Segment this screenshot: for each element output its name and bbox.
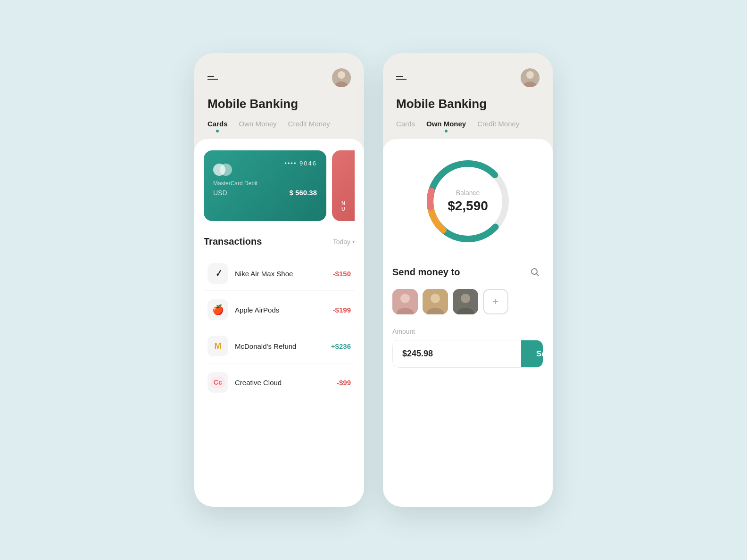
today-label: Today: [333, 238, 350, 246]
amount-label: Amount: [392, 328, 543, 335]
svg-point-4: [526, 71, 534, 79]
card-number: •••• 9046: [284, 160, 317, 167]
tab-credit-money[interactable]: Credit Money: [288, 120, 330, 132]
svg-point-1: [338, 71, 345, 79]
tab-own-money[interactable]: Own Money: [426, 120, 466, 132]
transaction-amount: -$150: [333, 270, 351, 278]
balance-ring: Balance $2,590: [421, 154, 515, 248]
transaction-amount: -$99: [337, 379, 351, 387]
hamburger-menu-icon[interactable]: [208, 76, 218, 80]
balance-ring-container: Balance $2,590: [392, 154, 543, 248]
transaction-amount: +$236: [331, 342, 351, 350]
transaction-name: McDonald's Refund: [235, 342, 324, 350]
transaction-list: ✓ Nike Air Max Shoe -$150 🍎 Apple AirPod…: [204, 256, 355, 399]
transaction-name: Creative Cloud: [235, 379, 330, 387]
transaction-amount: -$199: [333, 306, 351, 314]
card-type: MasterCard Debit: [213, 180, 317, 187]
tab-bar: Cards Own Money Credit Money: [194, 120, 364, 139]
bank-card-primary[interactable]: •••• 9046 MasterCard Debit USD $ 560.38: [204, 150, 326, 221]
search-icon[interactable]: [526, 264, 543, 280]
contact-avatar-2[interactable]: [423, 289, 448, 314]
balance-center: Balance $2,590: [448, 189, 488, 214]
contact-avatar-3[interactable]: [453, 289, 478, 314]
tab-own-money[interactable]: Own Money: [239, 120, 277, 132]
tab-credit-money[interactable]: Credit Money: [477, 120, 519, 132]
send-money-title: Send money to: [392, 267, 460, 278]
phone-body: Balance $2,590 Send money to: [383, 139, 553, 507]
tab-bar: Cards Own Money Credit Money: [383, 120, 553, 139]
card-currency: USD: [213, 189, 227, 197]
avatar[interactable]: [521, 68, 540, 87]
svg-point-19: [461, 294, 470, 303]
transaction-name: Nike Air Max Shoe: [235, 270, 326, 278]
table-row[interactable]: M McDonald's Refund +$236: [204, 329, 355, 363]
svg-line-11: [537, 274, 539, 276]
add-contact-button[interactable]: +: [483, 289, 508, 314]
svg-point-16: [431, 294, 440, 303]
table-row[interactable]: 🍎 Apple AirPods -$199: [204, 293, 355, 327]
send-money-header: Send money to: [392, 264, 543, 280]
creative-cloud-icon: Cc: [208, 372, 228, 393]
contact-avatar-1[interactable]: [392, 289, 418, 314]
contacts-row: +: [392, 289, 543, 314]
left-phone: Mobile Banking Cards Own Money Credit Mo…: [194, 53, 364, 507]
tab-cards[interactable]: Cards: [396, 120, 415, 132]
left-header: [194, 53, 364, 97]
card-second-label: NU: [341, 200, 355, 212]
table-row[interactable]: Cc Creative Cloud -$99: [204, 365, 355, 399]
svg-point-13: [400, 294, 410, 303]
right-phone: Mobile Banking Cards Own Money Credit Mo…: [383, 53, 553, 507]
tab-cards[interactable]: Cards: [208, 120, 228, 132]
card-bottom: USD $ 560.38: [213, 189, 317, 197]
nike-icon: ✓: [208, 263, 228, 284]
card-container: •••• 9046 MasterCard Debit USD $ 560.38 …: [204, 150, 355, 221]
today-filter[interactable]: Today ▾: [333, 238, 355, 246]
page-title: Mobile Banking: [194, 97, 364, 120]
amount-input-row: Send: [392, 340, 543, 368]
chevron-down-icon: ▾: [352, 239, 355, 244]
table-row[interactable]: ✓ Nike Air Max Shoe -$150: [204, 256, 355, 291]
hamburger-menu-icon[interactable]: [396, 76, 407, 80]
page-title: Mobile Banking: [383, 97, 553, 120]
balance-amount: $2,590: [448, 198, 488, 214]
card-balance: $ 560.38: [290, 189, 317, 197]
avatar[interactable]: [332, 68, 351, 87]
mcdonalds-icon: M: [208, 336, 228, 356]
balance-label: Balance: [448, 189, 488, 197]
transactions-header: Transactions Today ▾: [204, 236, 355, 247]
right-header: [383, 53, 553, 97]
card-top: •••• 9046: [213, 160, 317, 167]
phone-body: •••• 9046 MasterCard Debit USD $ 560.38 …: [194, 139, 364, 507]
amount-section: Amount Send: [392, 328, 543, 368]
apple-icon: 🍎: [208, 299, 228, 320]
send-button[interactable]: Send: [521, 340, 543, 367]
transaction-name: Apple AirPods: [235, 306, 326, 314]
transactions-title: Transactions: [204, 236, 262, 247]
bank-card-secondary[interactable]: NU: [332, 150, 355, 221]
plus-icon: +: [493, 296, 499, 308]
amount-input[interactable]: [393, 340, 521, 367]
